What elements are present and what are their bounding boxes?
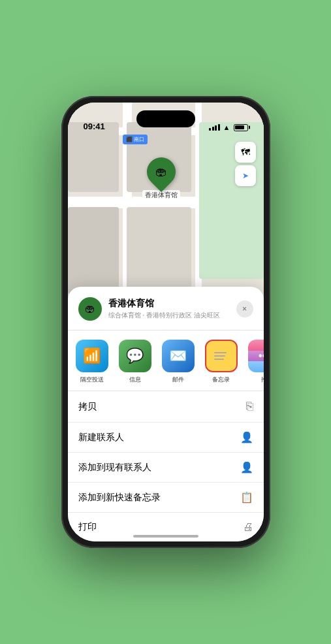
map-layers-button[interactable]: 🗺 [235, 142, 256, 163]
share-row: 📶 隔空投送 💬 信息 ✉️ 邮件 [68, 330, 264, 391]
new-contact-label: 新建联系人 [78, 432, 124, 443]
action-list: 拷贝 ⎘ 新建联系人 👤 添加到现有联系人 👤 添加到新快速备忘录 📋 打印 [68, 391, 264, 541]
location-info: 香港体育馆 综合体育馆 · 香港特别行政区 油尖旺区 [108, 298, 230, 320]
airdrop-icon: 📶 [76, 340, 108, 372]
location-subtitle: 综合体育馆 · 香港特别行政区 油尖旺区 [108, 311, 230, 320]
mail-icon: ✉️ [162, 340, 195, 372]
close-button[interactable]: × [236, 300, 253, 317]
map-location-icon: ➤ [242, 171, 249, 180]
messages-label: 信息 [129, 376, 141, 384]
notes-icon [205, 340, 238, 372]
new-contact-icon: 👤 [240, 431, 253, 443]
signal-bars-icon [209, 124, 220, 131]
map-block-3 [68, 207, 119, 294]
action-add-contact[interactable]: 添加到现有联系人 👤 [68, 453, 264, 483]
bottom-sheet: 🏟 香港体育馆 综合体育馆 · 香港特别行政区 油尖旺区 × 📶 隔空投送 [68, 287, 264, 541]
map-controls: 🗺 ➤ [235, 142, 256, 186]
quick-note-label: 添加到新快速备忘录 [78, 492, 161, 504]
share-item-airdrop[interactable]: 📶 隔空投送 [73, 340, 111, 384]
stadium-marker: 🏟 香港体育馆 [142, 157, 180, 201]
add-contact-icon: 👤 [240, 461, 253, 474]
dynamic-island [136, 110, 195, 127]
map-location-button[interactable]: ➤ [235, 165, 256, 186]
location-header: 🏟 香港体育馆 综合体育馆 · 香港特别行政区 油尖旺区 × [68, 297, 264, 330]
airdrop-label: 隔空投送 [80, 376, 104, 384]
battery-icon [234, 124, 248, 131]
print-label: 打印 [78, 521, 97, 533]
wifi-icon: ▲ [223, 123, 230, 131]
share-item-more[interactable]: ••• 推 [245, 340, 264, 384]
add-contact-label: 添加到现有联系人 [78, 462, 151, 474]
close-icon: × [242, 304, 247, 314]
location-name: 香港体育馆 [108, 298, 230, 310]
notes-label: 备忘录 [212, 376, 230, 384]
stadium-pin-icon: 🏟 [155, 165, 167, 178]
copy-icon: ⎘ [246, 400, 253, 413]
share-item-messages[interactable]: 💬 信息 [116, 340, 154, 384]
location-venue-icon: 🏟 [78, 297, 102, 321]
map-layers-icon: 🗺 [241, 147, 250, 157]
more-label: 推 [261, 376, 264, 384]
mail-label: 邮件 [172, 376, 184, 384]
map-block-4 [127, 207, 191, 294]
action-quick-note[interactable]: 添加到新快速备忘录 📋 [68, 483, 264, 513]
print-icon: 🖨 [243, 521, 253, 533]
more-icon: ••• [248, 340, 264, 372]
copy-label: 拷贝 [78, 401, 97, 413]
action-new-contact[interactable]: 新建联系人 👤 [68, 423, 264, 453]
stadium-pin: 🏟 [140, 151, 181, 191]
venue-emoji: 🏟 [85, 303, 95, 315]
messages-icon: 💬 [119, 340, 151, 372]
phone-inner: 09:41 ▲ [68, 103, 264, 541]
action-copy[interactable]: 拷贝 ⎘ [68, 391, 264, 423]
share-item-notes[interactable]: 备忘录 [202, 340, 240, 384]
share-item-mail[interactable]: ✉️ 邮件 [159, 340, 197, 384]
status-icons: ▲ [209, 123, 247, 131]
home-indicator [133, 535, 198, 538]
quick-note-icon: 📋 [240, 491, 253, 504]
phone-frame: 09:41 ▲ [61, 96, 270, 548]
status-time: 09:41 [84, 121, 105, 131]
